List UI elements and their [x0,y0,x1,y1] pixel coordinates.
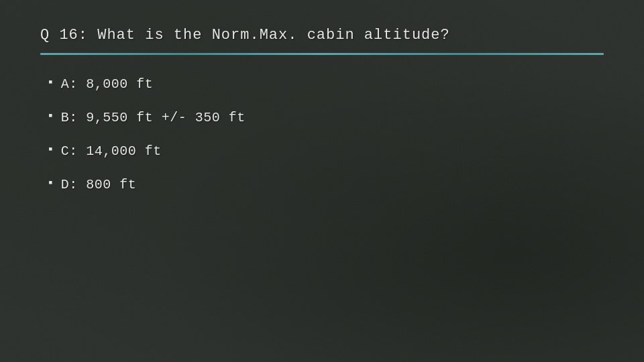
answer-text-d: D: 800 ft [61,176,137,194]
divider-line [40,53,604,55]
answer-item-d: ▪D: 800 ft [47,176,604,194]
answer-text-b: B: 9,550 ft +/- 350 ft [61,109,246,127]
slide-content: Q 16: What is the Norm.Max. cabin altitu… [0,0,644,221]
answer-text-a: A: 8,000 ft [61,75,154,94]
answer-item-c: ▪C: 14,000 ft [47,142,604,161]
question-text: Q 16: What is the Norm.Max. cabin altitu… [40,27,604,44]
answers-list: ▪A: 8,000 ft▪B: 9,550 ft +/- 350 ft▪C: 1… [40,75,604,194]
bullet-d: ▪ [47,176,54,190]
bullet-c: ▪ [47,143,54,156]
bullet-a: ▪ [47,76,54,89]
bullet-b: ▪ [47,109,54,123]
answer-item-a: ▪A: 8,000 ft [47,75,604,94]
answer-item-b: ▪B: 9,550 ft +/- 350 ft [47,109,604,127]
answer-text-c: C: 14,000 ft [61,142,162,161]
